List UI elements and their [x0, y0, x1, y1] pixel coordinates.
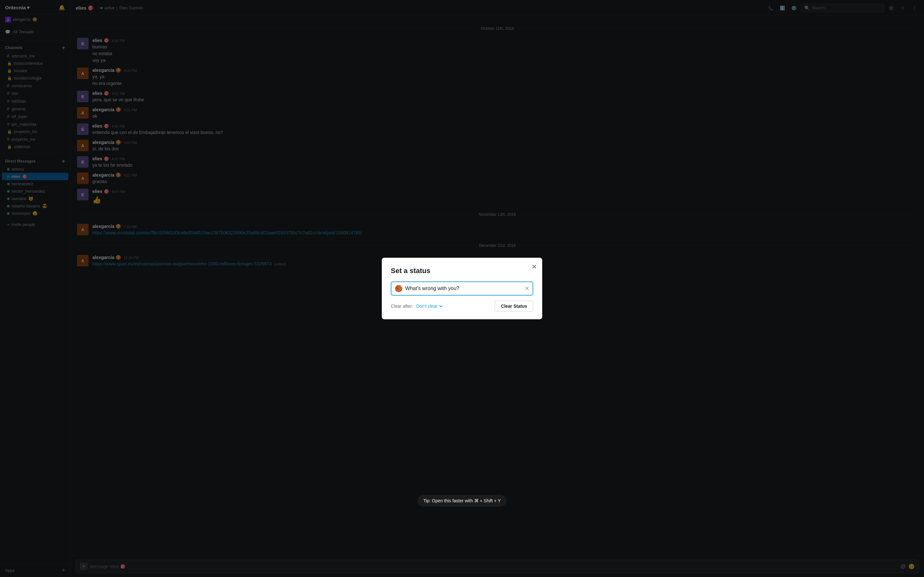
status-input-wrapper: 🏀 ✕ — [391, 282, 533, 295]
set-status-modal: Set a status ✕ 🏀 ✕ Clear after: Don't cl… — [382, 258, 542, 319]
modal-overlay[interactable]: Set a status ✕ 🏀 ✕ Clear after: Don't cl… — [0, 0, 924, 577]
clear-status-button[interactable]: Clear Status — [495, 301, 533, 311]
keyboard-shortcut-tooltip: Tip: Open this faster with ⌘ + Shift + Y — [417, 495, 506, 506]
modal-title: Set a status — [391, 267, 533, 275]
tooltip-text: Tip: Open this faster with ⌘ + Shift + Y — [423, 498, 501, 503]
modal-close-button[interactable]: ✕ — [531, 263, 537, 271]
clear-input-button[interactable]: ✕ — [525, 285, 529, 292]
clear-after-select[interactable]: Don't clear 30 minutes 1 hour 4 hours To… — [415, 303, 443, 309]
status-emoji-picker[interactable]: 🏀 — [395, 285, 403, 292]
modal-footer: Clear after: Don't clear 30 minutes 1 ho… — [391, 301, 533, 311]
clear-after-label: Clear after: — [391, 303, 413, 309]
clear-after-section: Clear after: Don't clear 30 minutes 1 ho… — [391, 303, 443, 309]
status-text-input[interactable] — [405, 285, 522, 292]
